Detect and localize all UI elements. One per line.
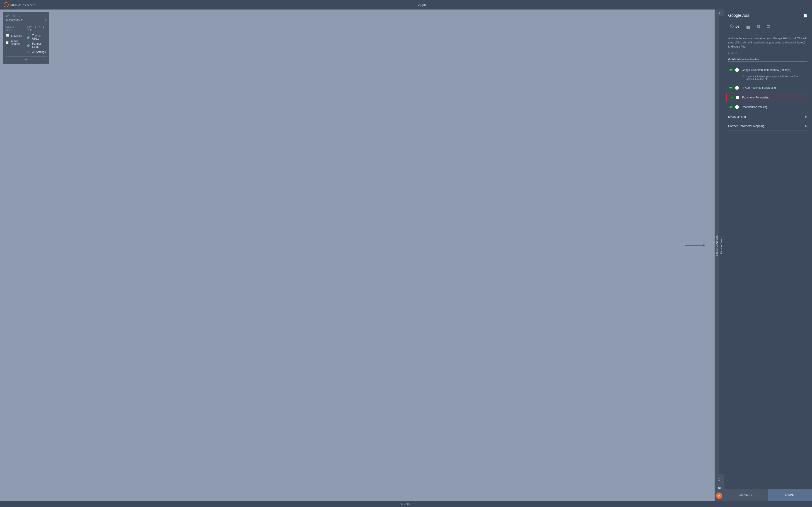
left-sidebar: APP TOKEN 69nsstypeSuv ⧉ VIEW & REPORT 📊… xyxy=(0,9,52,501)
app-card: APP TOKEN 69nsstypeSuv ⧉ VIEW & REPORT 📊… xyxy=(3,12,49,64)
tab-windows[interactable] xyxy=(755,23,762,30)
main-area: APP TOKEN 69nsstypeSuv ⧉ VIEW & REPORT 📊… xyxy=(0,9,812,501)
sidebar-item-email-reports[interactable]: 📋 Email Reports xyxy=(5,38,26,46)
partner-parameter-label: Partner Parameter Mapping xyxy=(728,124,764,128)
toggle-pill-attribution[interactable]: ON xyxy=(728,67,740,72)
partner-setup-tab[interactable]: Partner Setup xyxy=(719,16,724,474)
copy-icon[interactable]: ⧉ xyxy=(45,18,47,21)
app-token-value: 69nsstypeSuv ⧉ xyxy=(5,18,47,21)
warning-icon: ⚠ xyxy=(742,75,745,78)
save-button[interactable]: SAVE xyxy=(768,489,812,501)
chevron-down-icon[interactable]: ▼ xyxy=(25,58,28,62)
svg-rect-5 xyxy=(759,26,760,28)
new-app-button[interactable]: + NEW APP xyxy=(20,3,36,6)
partner-icon: 🔗 xyxy=(27,44,30,47)
tab-android[interactable]: 🤖 xyxy=(744,24,752,30)
svg-text:A: A xyxy=(731,25,732,27)
partner-parameter-mapping-section[interactable]: Partner Parameter Mapping ▶ xyxy=(728,121,807,130)
toggle-pill-reattribution[interactable]: ON xyxy=(728,105,740,110)
home-tab-icon[interactable]: ⊙ xyxy=(716,476,722,483)
divider xyxy=(5,24,47,24)
android-icon: 🤖 xyxy=(746,25,750,29)
view-report-col: VIEW & REPORT 📊 Statistics 📋 Email Repor… xyxy=(5,26,26,55)
svg-rect-2 xyxy=(757,25,759,26)
chevron-right-icon: ▶ xyxy=(805,115,807,118)
panel-description: Activate the module by entering your Goo… xyxy=(728,37,807,49)
svg-rect-3 xyxy=(759,25,760,26)
panel-content: Activate the module by entering your Goo… xyxy=(724,33,812,489)
setup-col: SET UP YOUR APP 🔗 Tracker URLs 🔗 Partner… xyxy=(27,26,47,55)
toggle-pill-inapp[interactable]: ON xyxy=(728,85,740,90)
center-area xyxy=(52,9,715,501)
reattribution-label: Reattribution tracking xyxy=(742,106,807,109)
panel-footer: CANCEL SAVE xyxy=(724,489,812,501)
panel-title: Google Ads xyxy=(728,13,749,18)
vertical-tab-bar: ◀ adjust Demo App Partner Setup ⊙ 🤖 A xyxy=(715,9,724,501)
document-icon[interactable]: 📄 xyxy=(804,14,807,17)
toggle-row-inapp: ON In-App Revenue Forwarding xyxy=(728,83,807,93)
cancel-button[interactable]: CANCEL xyxy=(724,489,768,501)
view-report-label: VIEW & REPORT xyxy=(5,26,26,31)
event-linking-section[interactable]: Event Linking ▶ xyxy=(728,112,807,121)
toggle-row-attribution: ON Google Ads Attribution Window (30 day… xyxy=(728,65,807,75)
app-card-bottom: ▼ xyxy=(5,56,47,62)
platform-tabs: A iOS 🤖 xyxy=(724,21,812,33)
menu-button[interactable]: A MENU xyxy=(4,2,20,7)
parameter-label: Parameter Forwarding xyxy=(742,96,807,99)
toggle-attribution[interactable]: ON xyxy=(728,67,740,72)
tab-ios[interactable]: A iOS xyxy=(728,23,741,30)
toggle-row-reattribution: ON Reattribution tracking xyxy=(728,102,807,112)
app-token-label: APP TOKEN xyxy=(5,15,47,17)
sidebar-item-partner-setup[interactable]: 🔗 Partner Setup xyxy=(27,41,47,49)
toggle-inapp[interactable]: ON xyxy=(728,85,740,90)
svg-rect-7 xyxy=(767,25,770,26)
setup-label: SET UP YOUR APP xyxy=(27,26,47,31)
tracker-icon: 🔗 xyxy=(27,36,30,39)
sidebar-item-tracker-urls[interactable]: 🔗 Tracker URLs xyxy=(27,33,47,41)
page-title: Apps xyxy=(36,3,808,7)
toggle-reattribution[interactable]: ON xyxy=(728,105,740,110)
menu-label: MENU xyxy=(10,3,20,7)
windows-icon xyxy=(757,24,760,29)
adjust-demo-tab[interactable]: adjust Demo App xyxy=(715,16,719,474)
attribution-warning: ⚠ If you want to use your app's attribut… xyxy=(728,75,807,80)
right-panel: Google Ads 📄 A iOS 🤖 xyxy=(724,9,812,501)
sidebar-item-all-settings[interactable]: ⚙ All Settings xyxy=(27,49,47,55)
inapp-label: In-App Revenue Forwarding xyxy=(742,86,807,90)
top-bar: A MENU + NEW APP Apps xyxy=(0,0,812,9)
link-id-input[interactable] xyxy=(728,56,807,62)
toggle-row-parameter: ON Parameter Forwarding xyxy=(726,93,809,102)
email-icon: 📋 xyxy=(5,41,9,44)
toggle-pill-parameter[interactable]: ON xyxy=(729,95,740,100)
adjust-tab-icon[interactable]: A xyxy=(716,493,722,499)
web-icon xyxy=(767,24,770,29)
nav-columns: VIEW & REPORT 📊 Statistics 📋 Email Repor… xyxy=(5,26,47,55)
chevron-right-icon-2: ▶ xyxy=(805,124,807,128)
demo-label: DEMO xyxy=(401,502,411,505)
svg-rect-4 xyxy=(757,26,759,28)
settings-icon: ⚙ xyxy=(27,50,30,54)
android-tab-icon[interactable]: 🤖 xyxy=(716,484,722,491)
panel-header: Google Ads 📄 xyxy=(724,9,812,21)
attribution-label: Google Ads Attribution Window (30 days) xyxy=(742,68,807,71)
ios-icon: A xyxy=(730,24,733,29)
tab-web[interactable] xyxy=(765,23,772,30)
toggle-parameter[interactable]: ON xyxy=(729,95,740,100)
annotation-arrow xyxy=(685,244,705,247)
collapse-left-icon[interactable]: ◀ xyxy=(716,9,722,16)
vtab-bottom-icons: ⊙ 🤖 A xyxy=(716,474,722,501)
statistics-icon: 📊 xyxy=(5,34,9,37)
bottom-bar: DEMO xyxy=(0,501,812,507)
event-linking-label: Event Linking xyxy=(728,115,746,118)
sidebar-item-statistics[interactable]: 📊 Statistics xyxy=(5,33,26,38)
menu-logo: A xyxy=(4,2,9,7)
link-id-label: LINK ID xyxy=(728,52,807,55)
